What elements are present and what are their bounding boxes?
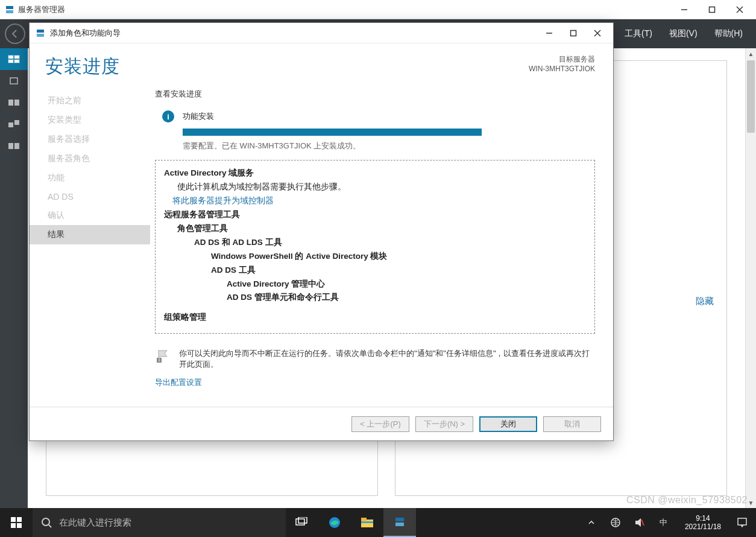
step-features: 功能 [30, 168, 150, 188]
tray-ime-icon[interactable]: 中 [656, 508, 672, 537]
wizard-header: 安装进度 目标服务器 WIN-3MHT3GTJIOK [30, 43, 613, 83]
svg-rect-10 [14, 60, 19, 63]
svg-rect-3 [710, 7, 715, 12]
wizard-close-x-button[interactable] [585, 24, 610, 42]
svg-rect-21 [571, 30, 576, 36]
wizard-minimize-button[interactable] [537, 24, 561, 42]
outer-maximize-button[interactable] [698, 0, 726, 19]
add-roles-wizard-dialog: 添加角色和功能向导 安装进度 目标服务器 WIN-3MHT3GTJIOK 开始之… [29, 22, 614, 441]
start-button[interactable] [0, 508, 33, 537]
tray-notifications-icon[interactable] [734, 508, 750, 537]
svg-rect-29 [17, 523, 22, 528]
wizard-heading: 安装进度 [45, 54, 529, 79]
tray-volume-icon[interactable] [632, 508, 647, 537]
wizard-maximize-button[interactable] [561, 24, 585, 42]
view-progress-label: 查看安装进度 [155, 89, 595, 100]
svg-rect-14 [8, 122, 13, 127]
menu-view[interactable]: 视图(V) [661, 28, 706, 39]
scroll-up-arrow[interactable]: ▲ [746, 48, 756, 59]
wizard-icon [36, 28, 45, 38]
wizard-content: 查看安装进度 i 功能安装 需要配置。已在 WIN-3MHT3GTJIOK 上安… [150, 83, 613, 407]
clock-date: 2021/11/18 [685, 523, 721, 531]
taskbar-search[interactable]: 在此键入进行搜索 [33, 508, 286, 537]
task-view-button[interactable] [286, 508, 318, 537]
taskbar: 在此键入进行搜索 中 9:14 2021/11/18 [0, 508, 756, 537]
target-server-name: WIN-3MHT3GTJIOK [529, 65, 595, 73]
wizard-footer: < 上一步(P) 下一步(N) > 关闭 取消 [30, 407, 613, 440]
hint-text: 你可以关闭此向导而不中断正在运行的任务。请依次单击命令栏中的"通知"和"任务详细… [179, 348, 595, 370]
cancel-button: 取消 [543, 416, 601, 432]
taskbar-edge-icon[interactable] [318, 508, 351, 537]
taskbar-explorer-icon[interactable] [351, 508, 383, 537]
back-button[interactable] [5, 24, 25, 44]
taskbar-search-placeholder: 在此键入进行搜索 [59, 517, 131, 529]
nav-all-servers-icon[interactable] [0, 92, 28, 113]
step-adds: AD DS [30, 188, 150, 206]
menu-tools[interactable]: 工具(T) [616, 28, 661, 39]
svg-rect-32 [296, 519, 304, 525]
clock-time: 9:14 [696, 514, 710, 523]
svg-rect-8 [14, 56, 19, 59]
hint-row: 1 你可以关闭此向导而不中断正在运行的任务。请依次单击命令栏中的"通知"和"任务… [155, 348, 595, 370]
needs-configuration-text: 需要配置。已在 WIN-3MHT3GTJIOK 上安装成功。 [183, 141, 595, 151]
detail-rsat: 远程服务器管理工具 [164, 210, 240, 219]
svg-point-30 [42, 518, 49, 526]
step-server-roles: 服务器角色 [30, 149, 150, 168]
nav-adds-icon[interactable] [0, 113, 28, 135]
nav-local-server-icon[interactable] [0, 70, 28, 92]
install-details-box: Active Directory 域服务 使此计算机成为域控制器需要执行其他步骤… [155, 160, 595, 334]
svg-rect-16 [8, 143, 13, 149]
promote-to-dc-link[interactable]: 将此服务器提升为域控制器 [164, 194, 586, 208]
svg-rect-33 [298, 517, 307, 523]
wizard-titlebar: 添加角色和功能向导 [30, 23, 613, 43]
taskbar-server-manager-icon[interactable] [383, 508, 416, 537]
nav-dashboard-icon[interactable] [0, 48, 28, 70]
svg-rect-18 [37, 30, 44, 33]
detail-gpm: 组策略管理 [164, 313, 206, 322]
flag-icon: 1 [155, 348, 169, 364]
next-button: 下一步(N) > [415, 416, 473, 432]
target-label: 目标服务器 [529, 54, 595, 65]
svg-rect-42 [738, 518, 746, 525]
prev-button: < 上一步(P) [351, 416, 409, 432]
server-manager-title-text: 服务器管理器 [18, 4, 65, 15]
svg-rect-19 [37, 34, 44, 37]
menu-help[interactable]: 帮助(H) [706, 28, 751, 39]
tray-chevron-icon[interactable] [584, 508, 599, 537]
wizard-target: 目标服务器 WIN-3MHT3GTJIOK [529, 54, 595, 73]
wizard-step-nav: 开始之前 安装类型 服务器选择 服务器角色 功能 AD DS 确认 结果 [30, 83, 150, 407]
outer-close-button[interactable] [726, 0, 754, 19]
close-button[interactable]: 关闭 [479, 416, 537, 432]
svg-rect-27 [17, 517, 22, 522]
svg-rect-0 [6, 6, 13, 9]
svg-rect-12 [8, 100, 13, 106]
detail-adds-title: Active Directory 域服务 [164, 168, 254, 177]
step-installation-type: 安装类型 [30, 110, 150, 130]
install-progressbar-fill [183, 129, 482, 136]
vertical-scrollbar[interactable]: ▲ ▼ [745, 48, 756, 508]
outer-minimize-button[interactable] [670, 0, 698, 19]
svg-rect-13 [14, 100, 19, 106]
step-results: 结果 [30, 225, 150, 244]
server-manager-icon [5, 5, 14, 14]
taskbar-clock[interactable]: 9:14 2021/11/18 [680, 514, 726, 532]
svg-line-41 [641, 520, 644, 526]
detail-adds-snapins: AD DS 管理单元和命令行工具 [227, 293, 339, 302]
server-manager-titlebar: 服务器管理器 [0, 0, 756, 19]
svg-rect-37 [361, 521, 373, 523]
left-nav-strip [0, 48, 28, 508]
scroll-thumb[interactable] [747, 60, 755, 133]
hide-link[interactable]: 隐藏 [696, 296, 714, 307]
svg-rect-17 [14, 143, 19, 149]
info-icon: i [162, 110, 174, 122]
nav-file-services-icon[interactable] [0, 135, 28, 157]
svg-rect-11 [10, 78, 17, 84]
search-icon [41, 517, 52, 528]
tray-network-icon[interactable] [608, 508, 623, 537]
step-confirmation: 确认 [30, 206, 150, 225]
install-progressbar [183, 129, 482, 136]
svg-rect-1 [6, 10, 13, 13]
detail-adds-lds-tools: AD DS 和 AD LDS 工具 [194, 238, 282, 247]
svg-rect-36 [361, 518, 367, 521]
export-config-link[interactable]: 导出配置设置 [155, 377, 595, 388]
